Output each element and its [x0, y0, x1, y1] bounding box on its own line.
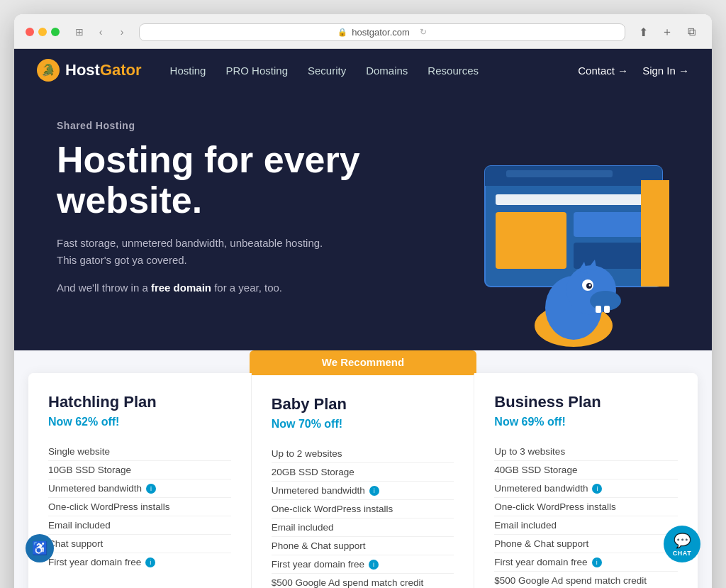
plan-discount-hatchling: Now 62% off! [48, 416, 231, 428]
list-item: Unmetered bandwidthi [48, 479, 231, 498]
chat-icon: 💬 [674, 532, 691, 549]
list-item: First year domain freei [494, 553, 678, 572]
browser-actions: ⬆ ＋ ⧉ [634, 23, 700, 41]
list-item: Up to 3 websites [494, 443, 678, 461]
plans-section: We Recommend Hatchling Plan Now 62% off!… [14, 350, 712, 588]
browser-chrome: ⊞ ‹ › 🔒 hostgator.com ↻ ⬆ ＋ ⧉ [14, 14, 712, 49]
hero-section: Shared Hosting Hosting for every website… [14, 91, 712, 350]
address-bar[interactable]: 🔒 hostgator.com ↻ [139, 23, 625, 41]
svg-rect-9 [574, 243, 652, 269]
info-icon[interactable]: i [145, 558, 155, 567]
reload-icon[interactable]: ↻ [420, 27, 427, 37]
close-button[interactable] [26, 28, 34, 36]
plan-features-hatchling: Single website 10GB SSD Storage Unmetere… [48, 443, 231, 571]
list-item: Email included [494, 516, 678, 535]
list-item: One-click WordPress installs [272, 500, 454, 518]
hero-illustration [442, 91, 683, 350]
svg-rect-10 [641, 180, 669, 287]
list-item: Email included [272, 518, 454, 537]
list-item: First year domain freei [48, 553, 231, 571]
nav-signin[interactable]: Sign In → [642, 65, 689, 77]
list-item: $500 Google Ad spend match credit [272, 574, 454, 588]
list-item: Phone & Chat support [272, 537, 454, 555]
chat-label: CHAT [673, 550, 691, 557]
plan-name-baby: Baby Plan [272, 395, 454, 414]
plan-discount-business: Now 69% off! [494, 416, 678, 428]
browser-controls: ⊞ ‹ › [71, 23, 130, 40]
maximize-button[interactable] [51, 28, 60, 36]
svg-rect-15 [596, 306, 601, 313]
svg-rect-6 [496, 194, 652, 205]
recommend-badge: We Recommend [250, 350, 476, 374]
info-icon[interactable]: i [369, 486, 379, 496]
info-icon[interactable]: i [592, 558, 602, 567]
navbar: 🐊 HostGator Hosting PRO Hosting Security… [14, 49, 712, 91]
svg-rect-5 [506, 170, 613, 177]
forward-button[interactable]: › [113, 23, 130, 40]
hero-description: Fast storage, unmetered bandwidth, unbea… [57, 235, 326, 269]
share-button[interactable]: ⬆ [634, 23, 652, 41]
nav-right: Contact → Sign In → [578, 65, 689, 77]
list-item: $500 Google Ad spend match credit [494, 572, 678, 588]
plans-grid: Hatchling Plan Now 62% off! Single websi… [28, 373, 698, 588]
plan-name-hatchling: Hatchling Plan [48, 393, 231, 411]
logo-icon: 🐊 [37, 59, 60, 82]
new-tab-button[interactable]: ＋ [658, 23, 676, 41]
nav-links: Hosting PRO Hosting Security Domains Res… [170, 65, 579, 77]
list-item: One-click WordPress installs [48, 498, 231, 516]
logo-text: HostGator [65, 61, 142, 79]
recommend-badge-row: We Recommend [28, 350, 698, 374]
minimize-button[interactable] [38, 28, 47, 36]
url-text: hostgator.com [352, 27, 410, 38]
lock-icon: 🔒 [337, 28, 347, 37]
svg-text:🐊: 🐊 [41, 63, 55, 77]
hero-free-domain: And we'll throw in a free domain for a y… [57, 282, 397, 294]
list-item: 20GB SSD Storage [272, 463, 454, 482]
nav-domains[interactable]: Domains [366, 65, 408, 77]
svg-point-19 [589, 284, 591, 287]
info-icon[interactable]: i [146, 484, 156, 494]
list-item: First year domain freei [272, 555, 454, 574]
plan-card-baby: Baby Plan Now 70% off! Up to 2 websites … [252, 373, 475, 588]
plan-discount-baby: Now 70% off! [272, 418, 454, 431]
info-icon[interactable]: i [592, 484, 602, 494]
accessibility-button[interactable]: ♿ [26, 534, 54, 562]
list-item: Unmetered bandwidthi [494, 479, 678, 498]
back-button[interactable]: ‹ [92, 23, 109, 40]
list-item: One-click WordPress installs [494, 498, 678, 516]
list-item: Single website [48, 443, 231, 461]
hero-title: Hosting for every website. [57, 140, 397, 221]
svg-rect-4 [485, 179, 662, 186]
nav-contact[interactable]: Contact → [578, 65, 628, 77]
nav-pro-hosting[interactable]: PRO Hosting [225, 65, 288, 77]
nav-security[interactable]: Security [308, 65, 346, 77]
list-item: 10GB SSD Storage [48, 461, 231, 479]
hero-illustration-svg [442, 159, 683, 350]
browser-window: ⊞ ‹ › 🔒 hostgator.com ↻ ⬆ ＋ ⧉ 🐊 HostGato… [14, 14, 712, 588]
hero-content: Shared Hosting Hosting for every website… [57, 120, 397, 294]
plan-name-business: Business Plan [494, 393, 678, 411]
sidebar-toggle-button[interactable]: ⊞ [71, 23, 88, 40]
info-icon[interactable]: i [369, 560, 379, 570]
traffic-lights [26, 28, 60, 36]
hero-subtitle: Shared Hosting [57, 120, 397, 131]
plan-card-business: Business Plan Now 69% off! Up to 3 websi… [474, 373, 698, 588]
plan-card-hatchling: Hatchling Plan Now 62% off! Single websi… [28, 373, 252, 588]
svg-rect-7 [496, 212, 566, 269]
list-item: Unmetered bandwidthi [272, 482, 454, 500]
list-item: 40GB SSD Storage [494, 461, 678, 479]
list-item: Email included [48, 516, 231, 535]
nav-hosting[interactable]: Hosting [170, 65, 206, 77]
list-item: Up to 2 websites [272, 445, 454, 463]
plan-features-baby: Up to 2 websites 20GB SSD Storage Unmete… [272, 445, 454, 588]
list-item: Phone & Chat support [494, 535, 678, 553]
list-item: Chat support [48, 535, 231, 553]
logo[interactable]: 🐊 HostGator [37, 59, 142, 82]
svg-rect-16 [604, 306, 610, 313]
chat-button[interactable]: 💬 CHAT [664, 526, 700, 562]
svg-rect-8 [574, 212, 652, 237]
nav-resources[interactable]: Resources [428, 65, 479, 77]
plan-features-business: Up to 3 websites 40GB SSD Storage Unmete… [494, 443, 678, 588]
tabs-button[interactable]: ⧉ [682, 23, 700, 41]
